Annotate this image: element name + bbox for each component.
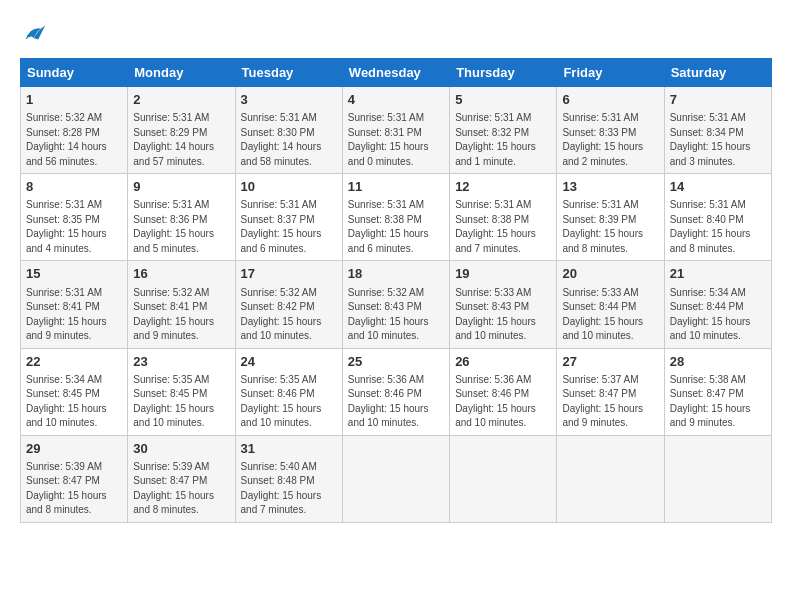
day-info: Sunrise: 5:35 AM Sunset: 8:46 PM Dayligh…	[241, 373, 337, 431]
calendar-cell: 29Sunrise: 5:39 AM Sunset: 8:47 PM Dayli…	[21, 435, 128, 522]
day-number: 20	[562, 265, 658, 283]
calendar-cell: 2Sunrise: 5:31 AM Sunset: 8:29 PM Daylig…	[128, 87, 235, 174]
day-number: 5	[455, 91, 551, 109]
day-info: Sunrise: 5:31 AM Sunset: 8:35 PM Dayligh…	[26, 198, 122, 256]
calendar-cell: 31Sunrise: 5:40 AM Sunset: 8:48 PM Dayli…	[235, 435, 342, 522]
header-friday: Friday	[557, 59, 664, 87]
day-number: 23	[133, 353, 229, 371]
day-number: 9	[133, 178, 229, 196]
day-info: Sunrise: 5:31 AM Sunset: 8:29 PM Dayligh…	[133, 111, 229, 169]
day-info: Sunrise: 5:32 AM Sunset: 8:28 PM Dayligh…	[26, 111, 122, 169]
day-info: Sunrise: 5:31 AM Sunset: 8:40 PM Dayligh…	[670, 198, 766, 256]
day-number: 21	[670, 265, 766, 283]
day-number: 6	[562, 91, 658, 109]
day-info: Sunrise: 5:31 AM Sunset: 8:38 PM Dayligh…	[455, 198, 551, 256]
day-number: 28	[670, 353, 766, 371]
calendar-cell: 24Sunrise: 5:35 AM Sunset: 8:46 PM Dayli…	[235, 348, 342, 435]
week-row-3: 22Sunrise: 5:34 AM Sunset: 8:45 PM Dayli…	[21, 348, 772, 435]
day-info: Sunrise: 5:31 AM Sunset: 8:38 PM Dayligh…	[348, 198, 444, 256]
day-number: 12	[455, 178, 551, 196]
day-number: 18	[348, 265, 444, 283]
calendar-cell: 10Sunrise: 5:31 AM Sunset: 8:37 PM Dayli…	[235, 174, 342, 261]
day-info: Sunrise: 5:40 AM Sunset: 8:48 PM Dayligh…	[241, 460, 337, 518]
day-info: Sunrise: 5:39 AM Sunset: 8:47 PM Dayligh…	[133, 460, 229, 518]
day-info: Sunrise: 5:32 AM Sunset: 8:42 PM Dayligh…	[241, 286, 337, 344]
day-info: Sunrise: 5:32 AM Sunset: 8:41 PM Dayligh…	[133, 286, 229, 344]
day-info: Sunrise: 5:31 AM Sunset: 8:30 PM Dayligh…	[241, 111, 337, 169]
day-info: Sunrise: 5:32 AM Sunset: 8:43 PM Dayligh…	[348, 286, 444, 344]
calendar-cell	[450, 435, 557, 522]
calendar-cell: 8Sunrise: 5:31 AM Sunset: 8:35 PM Daylig…	[21, 174, 128, 261]
bird-icon	[20, 20, 48, 48]
day-info: Sunrise: 5:37 AM Sunset: 8:47 PM Dayligh…	[562, 373, 658, 431]
page-header	[20, 20, 772, 48]
week-row-4: 29Sunrise: 5:39 AM Sunset: 8:47 PM Dayli…	[21, 435, 772, 522]
day-number: 30	[133, 440, 229, 458]
day-info: Sunrise: 5:34 AM Sunset: 8:44 PM Dayligh…	[670, 286, 766, 344]
header-tuesday: Tuesday	[235, 59, 342, 87]
calendar-cell	[342, 435, 449, 522]
day-number: 2	[133, 91, 229, 109]
day-number: 3	[241, 91, 337, 109]
calendar-cell: 13Sunrise: 5:31 AM Sunset: 8:39 PM Dayli…	[557, 174, 664, 261]
day-number: 31	[241, 440, 337, 458]
calendar-cell: 4Sunrise: 5:31 AM Sunset: 8:31 PM Daylig…	[342, 87, 449, 174]
day-number: 11	[348, 178, 444, 196]
calendar-cell: 20Sunrise: 5:33 AM Sunset: 8:44 PM Dayli…	[557, 261, 664, 348]
calendar-cell: 6Sunrise: 5:31 AM Sunset: 8:33 PM Daylig…	[557, 87, 664, 174]
day-info: Sunrise: 5:34 AM Sunset: 8:45 PM Dayligh…	[26, 373, 122, 431]
calendar-cell: 21Sunrise: 5:34 AM Sunset: 8:44 PM Dayli…	[664, 261, 771, 348]
day-number: 13	[562, 178, 658, 196]
day-number: 24	[241, 353, 337, 371]
day-number: 29	[26, 440, 122, 458]
calendar-cell: 26Sunrise: 5:36 AM Sunset: 8:46 PM Dayli…	[450, 348, 557, 435]
calendar-cell: 11Sunrise: 5:31 AM Sunset: 8:38 PM Dayli…	[342, 174, 449, 261]
calendar-cell: 1Sunrise: 5:32 AM Sunset: 8:28 PM Daylig…	[21, 87, 128, 174]
header-row: SundayMondayTuesdayWednesdayThursdayFrid…	[21, 59, 772, 87]
day-number: 22	[26, 353, 122, 371]
day-number: 19	[455, 265, 551, 283]
day-number: 4	[348, 91, 444, 109]
calendar-cell: 15Sunrise: 5:31 AM Sunset: 8:41 PM Dayli…	[21, 261, 128, 348]
logo	[20, 20, 50, 48]
calendar-cell: 27Sunrise: 5:37 AM Sunset: 8:47 PM Dayli…	[557, 348, 664, 435]
calendar-cell: 16Sunrise: 5:32 AM Sunset: 8:41 PM Dayli…	[128, 261, 235, 348]
calendar-cell: 23Sunrise: 5:35 AM Sunset: 8:45 PM Dayli…	[128, 348, 235, 435]
day-info: Sunrise: 5:31 AM Sunset: 8:31 PM Dayligh…	[348, 111, 444, 169]
day-info: Sunrise: 5:36 AM Sunset: 8:46 PM Dayligh…	[348, 373, 444, 431]
day-number: 26	[455, 353, 551, 371]
calendar-cell: 25Sunrise: 5:36 AM Sunset: 8:46 PM Dayli…	[342, 348, 449, 435]
day-number: 15	[26, 265, 122, 283]
day-number: 16	[133, 265, 229, 283]
calendar-cell: 30Sunrise: 5:39 AM Sunset: 8:47 PM Dayli…	[128, 435, 235, 522]
calendar-cell: 12Sunrise: 5:31 AM Sunset: 8:38 PM Dayli…	[450, 174, 557, 261]
calendar-cell: 9Sunrise: 5:31 AM Sunset: 8:36 PM Daylig…	[128, 174, 235, 261]
day-info: Sunrise: 5:31 AM Sunset: 8:39 PM Dayligh…	[562, 198, 658, 256]
calendar-cell: 7Sunrise: 5:31 AM Sunset: 8:34 PM Daylig…	[664, 87, 771, 174]
calendar-cell: 22Sunrise: 5:34 AM Sunset: 8:45 PM Dayli…	[21, 348, 128, 435]
calendar-cell: 28Sunrise: 5:38 AM Sunset: 8:47 PM Dayli…	[664, 348, 771, 435]
day-number: 1	[26, 91, 122, 109]
calendar-cell: 19Sunrise: 5:33 AM Sunset: 8:43 PM Dayli…	[450, 261, 557, 348]
header-saturday: Saturday	[664, 59, 771, 87]
calendar-cell: 18Sunrise: 5:32 AM Sunset: 8:43 PM Dayli…	[342, 261, 449, 348]
header-thursday: Thursday	[450, 59, 557, 87]
day-number: 10	[241, 178, 337, 196]
day-info: Sunrise: 5:33 AM Sunset: 8:44 PM Dayligh…	[562, 286, 658, 344]
calendar-table: SundayMondayTuesdayWednesdayThursdayFrid…	[20, 58, 772, 523]
day-number: 14	[670, 178, 766, 196]
week-row-1: 8Sunrise: 5:31 AM Sunset: 8:35 PM Daylig…	[21, 174, 772, 261]
day-number: 17	[241, 265, 337, 283]
day-number: 27	[562, 353, 658, 371]
calendar-cell: 5Sunrise: 5:31 AM Sunset: 8:32 PM Daylig…	[450, 87, 557, 174]
day-info: Sunrise: 5:31 AM Sunset: 8:32 PM Dayligh…	[455, 111, 551, 169]
day-info: Sunrise: 5:31 AM Sunset: 8:37 PM Dayligh…	[241, 198, 337, 256]
day-info: Sunrise: 5:31 AM Sunset: 8:36 PM Dayligh…	[133, 198, 229, 256]
header-monday: Monday	[128, 59, 235, 87]
day-number: 8	[26, 178, 122, 196]
day-info: Sunrise: 5:31 AM Sunset: 8:33 PM Dayligh…	[562, 111, 658, 169]
day-info: Sunrise: 5:36 AM Sunset: 8:46 PM Dayligh…	[455, 373, 551, 431]
calendar-cell	[664, 435, 771, 522]
day-number: 25	[348, 353, 444, 371]
day-info: Sunrise: 5:31 AM Sunset: 8:34 PM Dayligh…	[670, 111, 766, 169]
